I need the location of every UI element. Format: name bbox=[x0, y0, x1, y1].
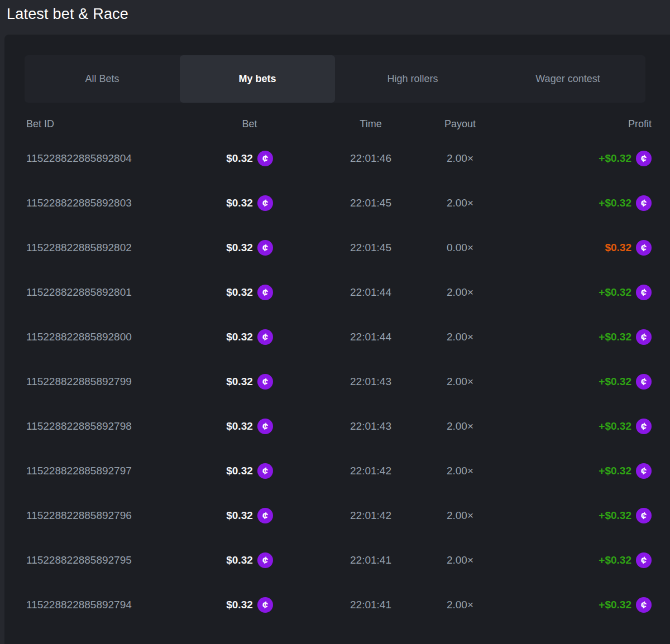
table-row[interactable]: 115228822885892803 $0.32 ¢ 22:01:45 2.00… bbox=[26, 181, 652, 225]
profit-cell: +$0.32 ¢ bbox=[494, 552, 652, 568]
profit-amount: +$0.32 bbox=[599, 152, 631, 165]
profit-cell: +$0.32 ¢ bbox=[494, 597, 652, 613]
payout-cell: 2.00× bbox=[427, 420, 494, 432]
cent-coin-icon: ¢ bbox=[257, 329, 273, 345]
bet-id-cell: 115228822885892795 bbox=[26, 554, 184, 566]
bets-tab-bar: All Bets My bets High rollers Wager cont… bbox=[25, 55, 645, 103]
table-row[interactable]: 115228822885892802 $0.32 ¢ 22:01:45 0.00… bbox=[26, 225, 652, 270]
table-row[interactable]: 115228822885892800 $0.32 ¢ 22:01:44 2.00… bbox=[26, 315, 652, 359]
cent-coin-icon: ¢ bbox=[257, 419, 273, 434]
bet-amount: $0.32 bbox=[226, 599, 253, 611]
cent-symbol: ¢ bbox=[640, 420, 648, 432]
profit-cell: +$0.32 ¢ bbox=[494, 195, 652, 211]
cent-coin-icon: ¢ bbox=[636, 329, 652, 345]
table-row[interactable]: 115228822885892796 $0.32 ¢ 22:01:42 2.00… bbox=[26, 493, 652, 538]
time-cell: 22:01:44 bbox=[315, 331, 427, 343]
profit-amount: +$0.32 bbox=[599, 599, 631, 611]
bet-id-cell: 115228822885892799 bbox=[26, 376, 184, 388]
payout-cell: 2.00× bbox=[427, 286, 494, 299]
payout-cell: 2.00× bbox=[427, 599, 494, 611]
cent-coin-icon: ¢ bbox=[636, 240, 652, 256]
bet-cell: $0.32 ¢ bbox=[184, 419, 315, 434]
cent-symbol: ¢ bbox=[640, 152, 648, 165]
payout-cell: 2.00× bbox=[427, 152, 494, 165]
cent-symbol: ¢ bbox=[261, 286, 269, 299]
profit-amount: +$0.32 bbox=[599, 420, 631, 432]
cent-symbol: ¢ bbox=[261, 242, 269, 254]
bet-id-cell: 115228822885892798 bbox=[26, 420, 184, 432]
cent-symbol: ¢ bbox=[640, 286, 648, 299]
table-row[interactable]: 115228822885892794 $0.32 ¢ 22:01:41 2.00… bbox=[26, 583, 652, 627]
cent-coin-icon: ¢ bbox=[257, 151, 273, 166]
cent-coin-icon: ¢ bbox=[636, 195, 652, 211]
bet-amount: $0.32 bbox=[226, 554, 253, 566]
bet-amount: $0.32 bbox=[226, 465, 253, 477]
table-row[interactable]: 115228822885892804 $0.32 ¢ 22:01:46 2.00… bbox=[26, 136, 652, 181]
cent-coin-icon: ¢ bbox=[257, 374, 273, 390]
bet-cell: $0.32 ¢ bbox=[184, 463, 315, 479]
cent-symbol: ¢ bbox=[640, 197, 648, 209]
cent-symbol: ¢ bbox=[261, 554, 269, 566]
cent-symbol: ¢ bbox=[261, 465, 269, 477]
cent-coin-icon: ¢ bbox=[636, 463, 652, 479]
profit-cell: +$0.32 ¢ bbox=[494, 285, 652, 300]
cent-symbol: ¢ bbox=[640, 331, 648, 343]
profit-amount: +$0.32 bbox=[599, 331, 631, 343]
bet-id-cell: 115228822885892804 bbox=[26, 152, 184, 165]
cent-coin-icon: ¢ bbox=[257, 552, 273, 568]
bet-amount: $0.32 bbox=[226, 510, 253, 522]
cent-coin-icon: ¢ bbox=[636, 151, 652, 166]
table-row[interactable]: 115228822885892795 $0.32 ¢ 22:01:41 2.00… bbox=[26, 538, 652, 583]
time-cell: 22:01:43 bbox=[315, 376, 427, 388]
column-header-bet: Bet bbox=[184, 118, 315, 130]
profit-amount: +$0.32 bbox=[599, 286, 631, 299]
bet-amount: $0.32 bbox=[226, 152, 253, 165]
tab-wager-contest[interactable]: Wager contest bbox=[490, 55, 645, 103]
bet-id-cell: 115228822885892801 bbox=[26, 286, 184, 299]
tab-my-bets[interactable]: My bets bbox=[180, 55, 335, 103]
bet-id-cell: 115228822885892796 bbox=[26, 510, 184, 522]
table-row[interactable]: 115228822885892801 $0.32 ¢ 22:01:44 2.00… bbox=[26, 270, 652, 315]
cent-coin-icon: ¢ bbox=[636, 597, 652, 613]
time-cell: 22:01:41 bbox=[315, 554, 427, 566]
cent-coin-icon: ¢ bbox=[257, 240, 273, 256]
column-header-payout: Payout bbox=[427, 118, 494, 130]
bet-amount: $0.32 bbox=[226, 331, 253, 343]
bet-id-cell: 115228822885892797 bbox=[26, 465, 184, 477]
table-row[interactable]: 115228822885892799 $0.32 ¢ 22:01:43 2.00… bbox=[26, 359, 652, 404]
payout-cell: 2.00× bbox=[427, 376, 494, 388]
profit-cell: +$0.32 ¢ bbox=[494, 463, 652, 479]
cent-symbol: ¢ bbox=[640, 376, 648, 388]
table-row[interactable]: 115228822885892797 $0.32 ¢ 22:01:42 2.00… bbox=[26, 449, 652, 493]
cent-coin-icon: ¢ bbox=[257, 508, 273, 523]
profit-amount: +$0.32 bbox=[599, 510, 631, 522]
time-cell: 22:01:41 bbox=[315, 599, 427, 611]
cent-symbol: ¢ bbox=[640, 242, 648, 254]
profit-amount: +$0.32 bbox=[599, 554, 631, 566]
bet-cell: $0.32 ¢ bbox=[184, 195, 315, 211]
tab-high-rollers[interactable]: High rollers bbox=[335, 55, 490, 103]
cent-coin-icon: ¢ bbox=[257, 285, 273, 300]
bets-table: Bet ID Bet Time Payout Profit 1152288228… bbox=[4, 112, 670, 627]
table-body: 115228822885892804 $0.32 ¢ 22:01:46 2.00… bbox=[26, 136, 652, 627]
bet-cell: $0.32 ¢ bbox=[184, 374, 315, 390]
page-title: Latest bet & Race bbox=[7, 6, 128, 23]
column-header-time: Time bbox=[315, 118, 427, 130]
bet-id-cell: 115228822885892803 bbox=[26, 197, 184, 209]
time-cell: 22:01:42 bbox=[315, 510, 427, 522]
tab-all-bets[interactable]: All Bets bbox=[25, 55, 180, 103]
bet-cell: $0.32 ¢ bbox=[184, 329, 315, 345]
bet-cell: $0.32 ¢ bbox=[184, 240, 315, 256]
table-row[interactable]: 115228822885892798 $0.32 ¢ 22:01:43 2.00… bbox=[26, 404, 652, 449]
bet-id-cell: 115228822885892802 bbox=[26, 242, 184, 254]
time-cell: 22:01:46 bbox=[315, 152, 427, 165]
profit-cell: +$0.32 ¢ bbox=[494, 419, 652, 434]
bet-cell: $0.32 ¢ bbox=[184, 508, 315, 523]
cent-symbol: ¢ bbox=[261, 152, 269, 165]
cent-symbol: ¢ bbox=[640, 465, 648, 477]
payout-cell: 0.00× bbox=[427, 242, 494, 254]
cent-symbol: ¢ bbox=[640, 510, 648, 522]
column-header-profit: Profit bbox=[494, 118, 652, 130]
bet-id-cell: 115228822885892800 bbox=[26, 331, 184, 343]
tab-label: High rollers bbox=[387, 73, 438, 85]
